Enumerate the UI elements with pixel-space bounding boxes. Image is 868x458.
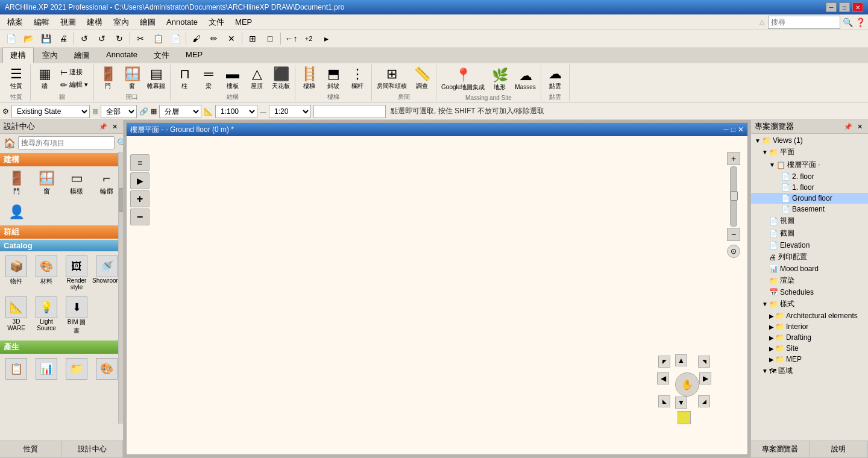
scope-select[interactable]: 全部 [101, 105, 137, 118]
wall-btn[interactable]: ▦ 牆 [33, 64, 56, 92]
tree-screenshot[interactable]: 📄 截圖 [751, 227, 868, 240]
home-btn[interactable]: 🏠 [4, 137, 16, 149]
pin-btn[interactable]: 📌 [97, 123, 109, 131]
save-btn[interactable]: 💾 [37, 31, 54, 46]
nav-minus-btn[interactable]: − [130, 209, 149, 225]
redo2-btn[interactable]: ↻ [111, 31, 128, 46]
menu-document[interactable]: 文件 [204, 16, 229, 29]
menu-file[interactable]: 檔案 [2, 16, 28, 29]
canvas-close-btn[interactable]: ✕ [738, 125, 744, 134]
window-item[interactable]: 🪟 窗 [33, 169, 60, 197]
tree-styles[interactable]: ▼ 📁 樣式 [751, 298, 868, 310]
tree-2floor[interactable]: 📄 2. floor [751, 171, 868, 182]
redo1-btn[interactable]: ↺ [93, 31, 110, 46]
menu-draw[interactable]: 繪圖 [135, 16, 160, 29]
tab-design-center[interactable]: 設計中心 [61, 441, 123, 457]
tab-quality[interactable]: 性質 [0, 441, 61, 457]
canvas-minimize-btn[interactable]: ─ [723, 125, 729, 134]
scale1-select[interactable]: 1:100 [215, 105, 257, 118]
nav-plus-btn[interactable]: + [130, 190, 149, 207]
tab-document[interactable]: 文件 [146, 48, 177, 63]
search-input[interactable] [18, 136, 115, 149]
menu-view[interactable]: 視圖 [55, 16, 81, 29]
expand-fp-icon[interactable]: ▼ [769, 162, 775, 168]
state-select[interactable]: Existing State [11, 105, 90, 118]
expand-int-icon[interactable]: ▶ [769, 324, 774, 330]
cut-btn[interactable]: ✂ [132, 31, 149, 46]
model-item[interactable]: ▭ 模樣 [63, 169, 90, 197]
curtain-btn[interactable]: ▤ 帷幕牆 [145, 64, 168, 92]
expand-zone-icon[interactable]: ▼ [762, 368, 768, 374]
produce-item1[interactable]: 📋 [2, 356, 30, 381]
nav-left-btn[interactable]: ◀ [657, 372, 669, 384]
produce-item2[interactable]: 📊 [33, 356, 60, 381]
paste-btn[interactable]: 📄 [167, 31, 184, 46]
help-icon[interactable]: ❓ [855, 17, 866, 27]
door-item[interactable]: 🚪 門 [2, 169, 30, 197]
ceiling-btn[interactable]: ⬛ 天花板 [269, 64, 292, 92]
nav-up-btn[interactable]: ▲ [675, 354, 687, 366]
tree-view-item[interactable]: 📄 視圖 [751, 215, 868, 227]
maximize-button[interactable]: □ [839, 2, 850, 12]
light-item[interactable]: 💡 Light Source [33, 295, 60, 337]
tree-drafting[interactable]: ▶ 📁 Drafting [751, 332, 868, 343]
tab-project-browser[interactable]: 專案瀏覽器 [751, 441, 810, 457]
drawing-area[interactable]: ≡ ▶ + − ▲ ▼ ◀ ▶ ✋ ◤ ◥ ◣ [127, 136, 747, 454]
filter-input[interactable] [313, 105, 386, 118]
railing-btn[interactable]: ⋮ 欄杆 [346, 64, 369, 92]
tree-1floor[interactable]: 📄 1. floor [751, 182, 868, 193]
ramp-btn[interactable]: ⬒ 斜坡 [322, 64, 345, 92]
snap-btn[interactable]: □ [262, 31, 278, 46]
tab-mep[interactable]: MEP [178, 48, 210, 63]
tree-site[interactable]: ▶ 📁 Site [751, 343, 868, 354]
expand-mep-icon[interactable]: ▶ [769, 356, 774, 363]
zoom-track[interactable] [730, 166, 737, 227]
nav-downleft-btn[interactable]: ◣ [658, 395, 670, 407]
search-field[interactable] [768, 16, 840, 29]
menu-edit[interactable]: 編輯 [29, 16, 54, 29]
tab-draw[interactable]: 繪圖 [66, 48, 98, 63]
menu-annotate[interactable]: Annotate [162, 16, 203, 28]
tree-interior[interactable]: ▶ 📁 Interior [751, 321, 868, 332]
tab-interior[interactable]: 室內 [34, 48, 66, 63]
print-btn[interactable]: 🖨 [55, 31, 72, 46]
nav-down-btn[interactable]: ▼ [675, 397, 687, 409]
new-btn[interactable]: 📄 [2, 31, 19, 46]
plus2-btn[interactable]: +2 [300, 31, 317, 46]
masses-btn[interactable]: ☁ Masses [512, 66, 538, 92]
connect-btn[interactable]: ⊢ 連接 [57, 66, 91, 78]
nav-upright-btn[interactable]: ◥ [698, 356, 710, 368]
render-item[interactable]: 🖼 Render style [63, 254, 90, 292]
canvas-restore-btn[interactable]: □ [731, 125, 735, 134]
expand-plan-icon[interactable]: ▼ [762, 149, 768, 155]
terrain-btn[interactable]: 🌿 地形 [488, 66, 511, 93]
tree-schedules[interactable]: 📅 Schedules [751, 287, 868, 298]
tree-ground-floor[interactable]: 📄 Ground floor [751, 193, 868, 204]
nav-right-btn[interactable]: ▶ [699, 372, 711, 384]
expand-site-icon[interactable]: ▶ [769, 345, 774, 352]
play-btn[interactable]: ▸ [318, 31, 335, 46]
beam-btn[interactable]: ═ 梁 [197, 64, 220, 92]
close-button[interactable]: ✕ [852, 2, 863, 12]
expand-views-icon[interactable]: ▼ [755, 137, 761, 144]
zoom-fit-btn[interactable]: ⊙ [727, 245, 740, 258]
nav-downright-btn[interactable]: ◢ [698, 395, 710, 407]
slab-btn[interactable]: ▬ 樓板 [221, 64, 244, 92]
3dware-item[interactable]: 📐 3D WARE [2, 295, 30, 337]
rp-pin-btn[interactable]: 📌 [842, 123, 854, 131]
stair-btn[interactable]: 🪜 樓梯 [298, 64, 321, 92]
expand-arch-icon[interactable]: ▶ [769, 313, 774, 319]
survey-btn[interactable]: 📏 調查 [410, 64, 433, 92]
left-panel-scrollbar[interactable] [118, 152, 123, 424]
layer-select[interactable]: 分層 [159, 105, 201, 118]
expand-draft-icon[interactable]: ▶ [769, 334, 774, 341]
tree-zone[interactable]: ▼ 🗺 區域 [751, 365, 868, 377]
google-map-btn[interactable]: 📍 Google地圖集成 [439, 66, 487, 93]
room-volume-btn[interactable]: ⊞ 房間和頌積 [374, 64, 409, 92]
tree-basement[interactable]: 📄 Basement [751, 204, 868, 215]
tree-elevation[interactable]: 📄 Elevation [751, 240, 868, 251]
nav-arrow-btn[interactable]: ▶ [130, 172, 149, 189]
tree-arch-elem[interactable]: ▶ 📁 Architectural elements [751, 310, 868, 321]
menu-build[interactable]: 建構 [82, 16, 107, 29]
move-btn[interactable]: ←↑ [283, 31, 300, 46]
